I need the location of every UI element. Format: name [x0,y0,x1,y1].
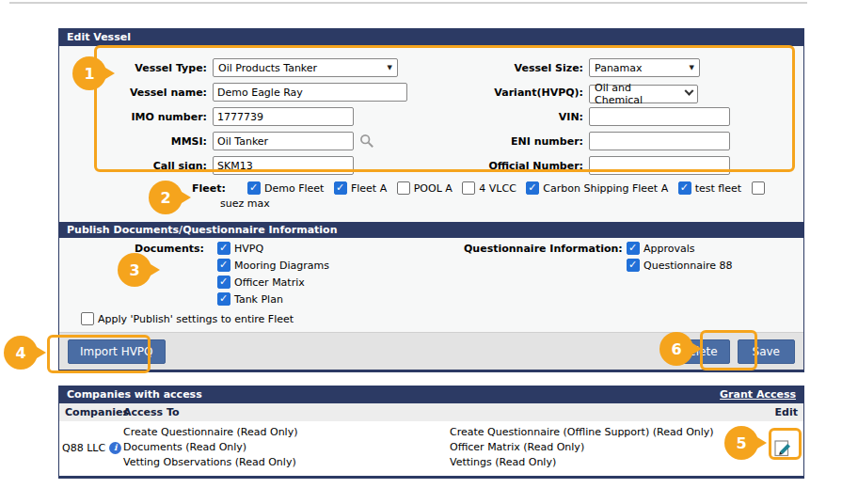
variant-value: Oil and Chemical [595,82,680,106]
official-number-input[interactable] [589,156,730,175]
documents-checkbox-list: HVPQ Mooring Diagrams Officer Matrix Tan… [210,242,464,309]
callout-number: 2 [149,181,183,214]
vessel-form: Vessel Type: Oil Products Tanker▼ Vessel… [97,55,805,178]
checkbox-carbon-shipping-fleet-a[interactable] [526,181,539,195]
callout-number: 1 [72,56,106,90]
access-to-col-label: Access To [123,406,450,418]
fleet-label: Fleet: [192,182,226,195]
page: Edit Vessel Vessel Type: Oil Products Ta… [0,0,842,504]
companies-header: Companies with access Grant Access [59,386,803,403]
callout-number: 6 [659,332,693,366]
fleet-item-label: POOL A [414,182,453,195]
checkbox-tank-plan[interactable] [217,292,230,306]
checkbox-mooring-diagrams[interactable] [217,259,230,272]
vessel-name-input[interactable] [213,83,407,102]
vessel-name-label: Vessel name: [97,87,213,99]
search-icon[interactable] [359,134,374,149]
dropdown-arrow-icon: ▼ [690,64,694,71]
vessel-size-label: Vessel Size: [424,62,589,74]
fleet-item-label: test fleet [695,182,741,195]
apply-publish-label: Apply 'Publish' settings to entire Fleet [98,313,294,325]
callout-number: 3 [118,253,151,287]
callout-badge-4: 4 [4,336,38,370]
checkbox-suez-max[interactable] [752,181,765,195]
callout-badge-6: 6 [659,332,693,366]
edit-vessel-title: Edit Vessel [67,29,131,46]
mmsi-input[interactable] [213,132,354,150]
access-list-col2: Create Questionnaire (Offline Support) (… [450,425,762,470]
checkbox-pool-a[interactable] [397,181,410,195]
checkbox-apply-publish[interactable] [81,312,94,325]
callout-badge-5: 5 [724,426,758,460]
company-name: Q88 LLC [62,442,105,454]
callout-number: 4 [4,336,38,370]
publish-grid: Documents: HVPQ Mooring Diagrams Officer… [59,242,803,309]
companies-panel: Companies with access Grant Access Compa… [58,386,804,479]
fleet-item-label: 4 VLCC [479,182,516,195]
access-item: Vettings (Read Only) [450,455,762,470]
vin-label: VIN: [424,111,589,123]
dropdown-arrow-icon: ▼ [388,64,392,71]
edit-vessel-header: Edit Vessel [59,29,803,46]
eni-label: ENI number: [424,135,589,148]
document-item-label: Officer Matrix [234,276,305,289]
access-item: Documents (Read Only) [123,440,450,455]
edit-access-icon[interactable] [773,438,793,458]
imo-label: IMO number: [97,111,213,123]
mmsi-label: MMSI: [97,135,213,148]
vessel-type-value: Oil Products Tanker [218,62,317,74]
document-item-label: Mooring Diagrams [234,260,329,272]
checkbox-questionnaire-88[interactable] [627,259,640,272]
apply-publish-row: Apply 'Publish' settings to entire Fleet [81,312,294,325]
callout-badge-2: 2 [149,181,183,214]
checkbox-test-fleet[interactable] [678,181,691,195]
companies-col-label: Companies [59,406,123,418]
access-list-col1: Create Questionnaire (Read Only) Documen… [123,425,450,470]
variant-select[interactable]: Oil and Chemical [589,85,698,103]
top-divider [9,2,807,4]
questionnaire-info-label: Questionnaire Information: [464,242,619,255]
companies-title: Companies with access [67,386,202,403]
call-sign-label: Call sign: [97,160,213,172]
vessel-size-value: Panamax [595,62,643,74]
company-access-row: Q88 LLC i Create Questionnaire (Read Onl… [59,421,803,476]
checkbox-hvpq[interactable] [217,242,230,255]
access-item: Create Questionnaire (Offline Support) (… [450,425,762,440]
official-number-label: Official Number: [424,160,589,172]
eni-input[interactable] [589,132,730,150]
chevron-down-icon [685,87,694,96]
call-sign-input[interactable] [213,156,354,175]
fleet-item-label: Carbon Shipping Fleet A [543,182,668,195]
callout-badge-1: 1 [72,56,106,90]
vin-input[interactable] [589,107,730,126]
checkbox-fleet-a[interactable] [334,181,347,195]
checkbox-approvals[interactable] [627,242,640,255]
access-item: Create Questionnaire (Read Only) [123,425,450,440]
publish-section-header: Publish Documents/Questionnaire Informat… [59,222,803,238]
callout-badge-3: 3 [118,253,151,287]
edit-col-label: Edit [762,406,803,418]
checkbox-officer-matrix[interactable] [217,276,230,289]
questionnaire-item-label: Questionnaire 88 [643,260,733,272]
fleet-item-label: suez max [220,197,270,210]
imo-input[interactable] [213,107,354,126]
fleet-item-label: Demo Fleet [264,182,324,195]
document-item-label: Tank Plan [234,293,283,306]
checkbox-4-vlcc[interactable] [462,181,475,195]
info-icon[interactable]: i [109,442,121,454]
save-button[interactable]: Save [738,339,795,364]
questionnaire-checkbox-list: Approvals Questionnaire 88 [619,242,803,276]
questionnaire-item-label: Approvals [643,243,695,255]
access-item: Vetting Observations (Read Only) [123,455,450,470]
vessel-size-select[interactable]: Panamax▼ [589,58,700,77]
companies-column-header: Companies Access To Edit [59,403,803,421]
checkbox-demo-fleet[interactable] [247,181,261,195]
callout-number: 5 [724,426,758,460]
access-item: Officer Matrix (Read Only) [450,440,762,455]
import-hvpq-button[interactable]: Import HVPQ [68,339,166,364]
grant-access-link[interactable]: Grant Access [720,386,796,403]
fleet-item-label: Fleet A [351,182,387,195]
document-item-label: HVPQ [234,243,263,255]
vessel-type-select[interactable]: Oil Products Tanker▼ [213,58,398,77]
variant-label: Variant(HVPQ): [424,87,589,99]
